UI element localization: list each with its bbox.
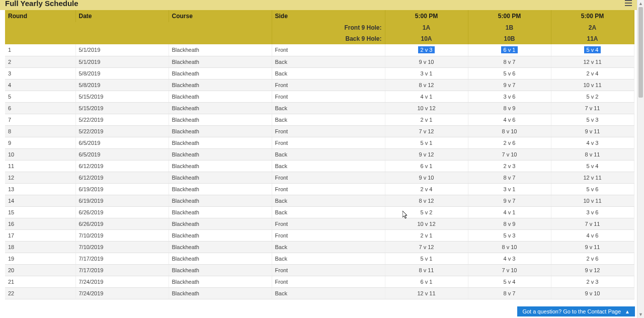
table-row[interactable]: 15/1/2019BlackheathFront2 v 36 v 15 v 4 bbox=[5, 44, 634, 56]
cell-course: Blackheath bbox=[169, 218, 272, 229]
cell-match: 8 v 12 bbox=[385, 79, 468, 91]
cell-date: 5/8/2019 bbox=[75, 67, 169, 79]
cell-course: Blackheath bbox=[169, 137, 272, 148]
cell-date: 7/17/2019 bbox=[75, 253, 169, 264]
cell-match: 9 v 10 bbox=[385, 56, 468, 67]
cell-match: 8 v 7 bbox=[468, 172, 551, 183]
table-row[interactable]: 106/5/2019BlackheathBack9 v 127 v 108 v … bbox=[5, 148, 634, 160]
table-row[interactable]: 217/24/2019BlackheathFront6 v 15 v 42 v … bbox=[5, 276, 634, 287]
col-course[interactable]: Course bbox=[169, 10, 272, 22]
cell-course: Blackheath bbox=[169, 172, 272, 183]
cell-course: Blackheath bbox=[169, 241, 272, 253]
cell-round: 12 bbox=[5, 172, 75, 183]
cell-round: 17 bbox=[5, 229, 75, 241]
cell-date: 6/5/2019 bbox=[75, 137, 169, 148]
hamburger-menu-icon[interactable] bbox=[625, 0, 632, 6]
table-row[interactable]: 187/10/2019BlackheathBack7 v 128 v 109 v… bbox=[5, 241, 634, 253]
table-header-row: Round Date Course Side 5:00 PM 5:00 PM 5… bbox=[5, 10, 634, 22]
cell-match: 2 v 1 bbox=[385, 229, 468, 241]
cell-round: 21 bbox=[5, 276, 75, 287]
table-row[interactable]: 25/1/2019BlackheathBack9 v 108 v 712 v 1… bbox=[5, 56, 634, 67]
col-time-1[interactable]: 5:00 PM bbox=[385, 10, 468, 22]
front9-val-3: 2A bbox=[551, 22, 634, 33]
cell-match: 12 v 11 bbox=[385, 287, 468, 299]
table-row[interactable]: 126/12/2019BlackheathFront9 v 108 v 712 … bbox=[5, 172, 634, 183]
cell-match: 12 v 11 bbox=[551, 172, 634, 183]
cell-side: Back bbox=[272, 102, 385, 114]
cell-match: 2 v 3 bbox=[468, 160, 551, 172]
col-side[interactable]: Side bbox=[272, 10, 385, 22]
table-body: 15/1/2019BlackheathFront2 v 36 v 15 v 42… bbox=[5, 44, 634, 299]
cell-side: Front bbox=[272, 125, 385, 137]
scrollbar-thumb[interactable] bbox=[638, 7, 643, 98]
table-row[interactable]: 116/12/2019BlackheathBack6 v 12 v 35 v 4 bbox=[5, 160, 634, 172]
table-row[interactable]: 85/22/2019BlackheathFront7 v 128 v 109 v… bbox=[5, 125, 634, 137]
cell-match: 5 v 4 bbox=[551, 160, 634, 172]
col-time-2[interactable]: 5:00 PM bbox=[468, 10, 551, 22]
cell-round: 8 bbox=[5, 125, 75, 137]
cell-date: 6/19/2019 bbox=[75, 195, 169, 206]
cell-match: 7 v 11 bbox=[551, 102, 634, 114]
cell-match: 9 v 7 bbox=[468, 79, 551, 91]
table-row[interactable]: 197/17/2019BlackheathBack5 v 14 v 32 v 6 bbox=[5, 253, 634, 264]
scroll-down-icon[interactable]: ▼ bbox=[637, 311, 644, 318]
cell-match: 4 v 6 bbox=[468, 114, 551, 125]
col-date[interactable]: Date bbox=[75, 10, 169, 22]
cell-match: 7 v 11 bbox=[551, 218, 634, 229]
cell-match: 2 v 4 bbox=[551, 67, 634, 79]
cell-round: 11 bbox=[5, 160, 75, 172]
table-row[interactable]: 75/22/2019BlackheathBack2 v 14 v 65 v 3 bbox=[5, 114, 634, 125]
cell-match: 2 v 3 bbox=[385, 44, 468, 56]
table-row[interactable]: 65/15/2019BlackheathBack10 v 128 v 97 v … bbox=[5, 102, 634, 114]
cell-course: Blackheath bbox=[169, 160, 272, 172]
back9-label: Back 9 Hole: bbox=[272, 33, 385, 44]
table-row[interactable]: 45/8/2019BlackheathFront8 v 129 v 710 v … bbox=[5, 79, 634, 91]
table-row[interactable]: 177/10/2019BlackheathFront2 v 15 v 34 v … bbox=[5, 229, 634, 241]
cell-match: 10 v 12 bbox=[385, 218, 468, 229]
cell-course: Blackheath bbox=[169, 287, 272, 299]
cell-match: 5 v 4 bbox=[468, 276, 551, 287]
contact-bar[interactable]: Got a question? Go to the Contact Page ▲ bbox=[517, 306, 635, 316]
cell-match: 6 v 1 bbox=[385, 160, 468, 172]
cell-match: 2 v 6 bbox=[551, 253, 634, 264]
front9-val-2: 1B bbox=[468, 22, 551, 33]
vertical-scrollbar[interactable]: ▲ ▼ bbox=[637, 0, 644, 318]
table-row[interactable]: 55/15/2019BlackheathFront4 v 13 v 65 v 2 bbox=[5, 91, 634, 102]
schedule-table: Round Date Course Side 5:00 PM 5:00 PM 5… bbox=[5, 10, 634, 299]
col-time-3[interactable]: 5:00 PM bbox=[551, 10, 634, 22]
cell-side: Back bbox=[272, 148, 385, 160]
cell-match: 5 v 4 bbox=[551, 44, 634, 56]
cell-match: 9 v 11 bbox=[551, 125, 634, 137]
cell-course: Blackheath bbox=[169, 253, 272, 264]
back9-val-2: 10B bbox=[468, 33, 551, 44]
cell-course: Blackheath bbox=[169, 229, 272, 241]
table-row[interactable]: 35/8/2019BlackheathBack3 v 15 v 62 v 4 bbox=[5, 67, 634, 79]
table-row[interactable]: 96/5/2019BlackheathFront5 v 12 v 64 v 3 bbox=[5, 137, 634, 148]
cell-match: 10 v 11 bbox=[551, 195, 634, 206]
cell-course: Blackheath bbox=[169, 79, 272, 91]
table-row[interactable]: 146/19/2019BlackheathBack8 v 129 v 710 v… bbox=[5, 195, 634, 206]
cell-round: 15 bbox=[5, 206, 75, 218]
cell-course: Blackheath bbox=[169, 44, 272, 56]
cell-date: 6/5/2019 bbox=[75, 148, 169, 160]
cell-date: 7/17/2019 bbox=[75, 264, 169, 276]
cell-match: 4 v 1 bbox=[385, 91, 468, 102]
cell-date: 6/26/2019 bbox=[75, 218, 169, 229]
cell-match: 8 v 10 bbox=[468, 125, 551, 137]
col-round[interactable]: Round bbox=[5, 10, 75, 22]
front9-row: Front 9 Hole: 1A 1B 2A bbox=[5, 22, 634, 33]
table-row[interactable]: 227/24/2019BlackheathBack12 v 118 v 79 v… bbox=[5, 287, 634, 299]
table-row[interactable]: 136/19/2019BlackheathFront2 v 43 v 15 v … bbox=[5, 183, 634, 195]
cell-round: 22 bbox=[5, 287, 75, 299]
cell-side: Front bbox=[272, 79, 385, 91]
table-row[interactable]: 207/17/2019BlackheathFront8 v 117 v 109 … bbox=[5, 264, 634, 276]
table-row[interactable]: 166/26/2019BlackheathFront10 v 128 v 97 … bbox=[5, 218, 634, 229]
cell-match: 5 v 6 bbox=[468, 67, 551, 79]
cell-date: 6/12/2019 bbox=[75, 172, 169, 183]
scroll-up-icon[interactable]: ▲ bbox=[637, 0, 644, 7]
cell-round: 14 bbox=[5, 195, 75, 206]
cell-match: 10 v 12 bbox=[385, 102, 468, 114]
cell-date: 6/12/2019 bbox=[75, 160, 169, 172]
table-row[interactable]: 156/26/2019BlackheathBack5 v 24 v 13 v 6 bbox=[5, 206, 634, 218]
cell-side: Front bbox=[272, 91, 385, 102]
